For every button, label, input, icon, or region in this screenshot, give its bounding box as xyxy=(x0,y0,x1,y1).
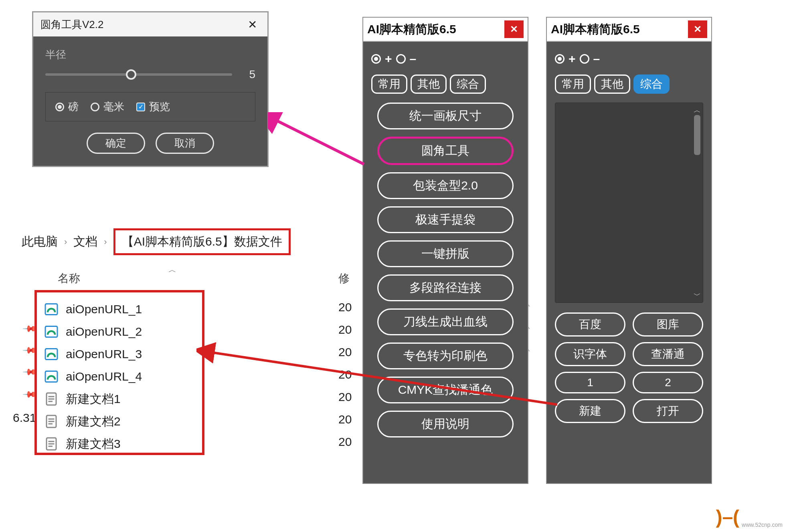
script-button[interactable]: 使用说明 xyxy=(377,411,514,437)
plus-icon: + xyxy=(569,52,576,66)
close-icon[interactable]: ✕ xyxy=(504,20,524,38)
radio-dot-icon[interactable] xyxy=(555,54,564,64)
minus-icon: – xyxy=(410,52,417,66)
watermark: )–( www.52cnp.com xyxy=(716,506,783,528)
file-row[interactable]: aiOpenURL_1 xyxy=(44,298,195,320)
file-row[interactable]: aiOpenURL_4 xyxy=(44,365,195,388)
file-date: 20 xyxy=(338,323,352,337)
btn-2[interactable]: 2 xyxy=(633,372,703,393)
btn-open[interactable]: 打开 xyxy=(633,399,703,423)
chevron-down-icon[interactable]: ﹀ xyxy=(693,290,701,300)
radio-mm[interactable]: 毫米 xyxy=(91,100,124,114)
chevron-up-icon[interactable]: ︿ xyxy=(693,105,701,115)
slider-track[interactable] xyxy=(45,73,232,76)
sort-ascending-icon: ︿ xyxy=(168,264,176,275)
side-version-text: 6.31 xyxy=(13,411,36,425)
rounded-corner-dialog: 圆角工具V2.2 ✕ 半径 5 磅 毫米 预览 确定 xyxy=(32,11,269,167)
text-file-icon xyxy=(44,437,59,451)
column-header-name[interactable]: 名称 xyxy=(58,271,80,286)
radius-slider[interactable]: 5 xyxy=(45,65,255,92)
tab-common[interactable]: 常用 xyxy=(371,75,407,94)
tab-row: 常用 其他 综合 xyxy=(371,75,520,94)
script-button[interactable]: 包装盒型2.0 xyxy=(377,172,514,199)
btn-baidu[interactable]: 百度 xyxy=(555,312,625,337)
breadcrumb[interactable]: 此电脑 › 文档 › 【AI脚本精简版6.5】数据文件 xyxy=(22,228,291,255)
scrollbar[interactable]: ︿ ﹀ xyxy=(693,105,701,300)
btn-gallery[interactable]: 图库 xyxy=(633,312,703,337)
radio-dot-icon[interactable] xyxy=(580,54,589,64)
file-date: 20 xyxy=(338,345,352,359)
tab-all[interactable]: 综合 xyxy=(450,75,486,94)
file-name: 新建文档2 xyxy=(66,413,121,430)
file-row[interactable]: aiOpenURL_3 xyxy=(44,343,195,365)
panel-title-text: AI脚本精简版6.5 xyxy=(367,21,456,38)
tab-all[interactable]: 综合 xyxy=(633,75,670,94)
btn-new[interactable]: 新建 xyxy=(555,399,625,423)
breadcrumb-root[interactable]: 此电脑 xyxy=(22,234,58,250)
edge-file-icon xyxy=(44,347,59,361)
tab-other[interactable]: 其他 xyxy=(411,75,447,94)
dialog-title: 圆角工具V2.2 xyxy=(40,18,104,32)
dialog-body: 半径 5 磅 毫米 预览 确定 取消 xyxy=(33,36,267,166)
file-row[interactable]: 新建文档2 xyxy=(44,410,195,433)
breadcrumb-level2[interactable]: 【AI脚本精简版6.5】数据文件 xyxy=(113,228,291,255)
edge-file-icon xyxy=(44,369,59,384)
quick-buttons-grid: 百度 图库 识字体 查潘通 1 2 新建 打开 xyxy=(555,312,703,423)
file-row[interactable]: 新建文档1 xyxy=(44,388,195,410)
dialog-titlebar[interactable]: 圆角工具V2.2 ✕ xyxy=(33,12,267,36)
edge-file-icon xyxy=(44,324,59,339)
text-file-icon xyxy=(44,392,59,406)
chevron-right-icon: › xyxy=(104,237,107,247)
radio-dot-icon xyxy=(91,103,99,111)
btn-1[interactable]: 1 xyxy=(555,372,625,393)
script-button[interactable]: 极速手提袋 xyxy=(377,206,514,233)
file-date: 20 xyxy=(338,390,352,404)
column-header-modified[interactable]: 修 xyxy=(338,271,350,286)
tab-other[interactable]: 其他 xyxy=(594,75,630,94)
breadcrumb-level1[interactable]: 文档 xyxy=(73,234,97,250)
panel-titlebar[interactable]: AI脚本精简版6.5 ✕ xyxy=(547,18,711,42)
radio-dot-icon xyxy=(55,103,64,111)
script-button[interactable]: 一键拼版 xyxy=(377,240,514,267)
file-date: 20 xyxy=(338,368,352,381)
radio-dot-icon[interactable] xyxy=(371,54,381,64)
slider-thumb[interactable] xyxy=(126,69,136,80)
radio-pound[interactable]: 磅 xyxy=(55,100,79,114)
radius-label: 半径 xyxy=(45,48,255,62)
panel-title-text: AI脚本精简版6.5 xyxy=(551,21,640,38)
watermark-logo-icon: )–( xyxy=(716,506,739,528)
scrollbar-thumb[interactable] xyxy=(694,115,700,155)
edge-file-icon xyxy=(44,302,59,316)
script-button-rounded-corner[interactable]: 圆角工具 xyxy=(377,137,514,165)
script-button[interactable]: 专色转为印刷色 xyxy=(377,343,514,369)
btn-pantone[interactable]: 查潘通 xyxy=(633,342,703,366)
file-name: aiOpenURL_2 xyxy=(66,325,142,339)
ok-button[interactable]: 确定 xyxy=(87,133,145,154)
close-icon[interactable]: ✕ xyxy=(244,16,260,32)
file-row[interactable]: aiOpenURL_2 xyxy=(44,320,195,343)
tab-row: 常用 其他 综合 xyxy=(555,75,703,94)
script-button[interactable]: 统一画板尺寸 xyxy=(377,103,514,129)
custom-list[interactable]: ︿ ﹀ xyxy=(555,103,703,303)
chevron-right-icon: › xyxy=(64,237,67,247)
script-button[interactable]: CMYK查找潘通色 xyxy=(377,377,514,403)
close-icon[interactable]: ✕ xyxy=(688,20,707,38)
dialog-actions: 确定 取消 xyxy=(45,121,255,154)
script-panel-common: AI脚本精简版6.5 ✕ + – 常用 其他 综合 统一画板尺寸 圆角工具 包装… xyxy=(362,17,528,484)
mode-toggle: + – xyxy=(555,52,703,66)
panel-titlebar[interactable]: AI脚本精简版6.5 ✕ xyxy=(363,18,528,42)
file-row[interactable]: 新建文档3 xyxy=(44,433,195,455)
cancel-button[interactable]: 取消 xyxy=(156,133,214,154)
radius-value: 5 xyxy=(239,68,255,81)
check-icon xyxy=(136,103,145,111)
btn-font-id[interactable]: 识字体 xyxy=(555,342,625,366)
file-name: 新建文档3 xyxy=(66,436,121,452)
file-date: 20 xyxy=(338,413,352,426)
file-list-panel: aiOpenURL_1 aiOpenURL_2 aiOpenURL_3 aiOp… xyxy=(34,290,204,455)
tab-common[interactable]: 常用 xyxy=(555,75,591,94)
checkbox-preview[interactable]: 预览 xyxy=(136,100,170,114)
svg-line-16 xyxy=(276,120,364,164)
radio-dot-icon[interactable] xyxy=(396,54,406,64)
script-button[interactable]: 刀线生成出血线 xyxy=(377,308,514,335)
script-button[interactable]: 多段路径连接 xyxy=(377,274,514,301)
